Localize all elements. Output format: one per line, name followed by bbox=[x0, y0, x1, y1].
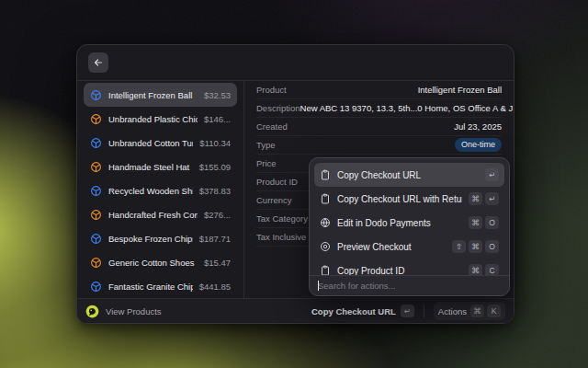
product-list-item[interactable]: Unbranded Cotton Tuna$110.34 bbox=[84, 131, 237, 155]
keycap: ⌘ bbox=[469, 216, 482, 229]
product-name: Bespoke Frozen Chips bbox=[108, 234, 193, 244]
package-icon bbox=[90, 281, 102, 293]
detail-label: Product bbox=[256, 85, 287, 95]
actions-menu-item[interactable]: Copy Checkout URL with Return URL⌘↵ bbox=[314, 187, 504, 211]
primary-action-label: Copy Checkout URL bbox=[311, 306, 396, 316]
detail-label: Created bbox=[256, 121, 288, 132]
product-name: Generic Cotton Shoes bbox=[108, 258, 198, 268]
actions-menu-item[interactable]: Preview Checkout⇧⌘O bbox=[314, 235, 504, 259]
eye-icon bbox=[320, 241, 331, 252]
actions-menu-item-label: Preview Checkout bbox=[337, 242, 446, 252]
product-name: Handcrafted Fresh Com... bbox=[108, 210, 198, 220]
shortcut-keys: ⇧⌘O bbox=[452, 240, 499, 253]
actions-button-label: Actions bbox=[438, 306, 467, 316]
actions-menu-item-label: Edit in Dodo Payments bbox=[337, 218, 462, 228]
primary-action-keys: ↵ bbox=[401, 305, 414, 317]
actions-button-keys: ⌘K bbox=[470, 305, 501, 317]
product-name: Intelligent Frozen Ball bbox=[108, 90, 198, 100]
keycap: ⌘ bbox=[469, 192, 482, 205]
package-icon bbox=[90, 89, 102, 101]
package-icon bbox=[90, 233, 102, 245]
keycap: ⌘ bbox=[469, 264, 482, 275]
actions-search[interactable] bbox=[310, 275, 509, 295]
detail-row: DescriptionNew ABC 13 9370, 13.3, 5th...… bbox=[256, 99, 502, 118]
product-price: $32.53 bbox=[204, 90, 231, 100]
detail-value: Intelligent Frozen Ball bbox=[418, 85, 502, 95]
product-list-item[interactable]: Handcrafted Fresh Com...$276... bbox=[84, 202, 237, 226]
product-list-item[interactable]: Generic Cotton Shoes$15.47 bbox=[84, 250, 237, 274]
package-icon bbox=[90, 185, 102, 197]
package-icon bbox=[90, 137, 102, 149]
package-icon bbox=[90, 113, 102, 125]
actions-search-input[interactable] bbox=[318, 281, 501, 291]
actions-menu-item[interactable]: Copy Checkout URL↵ bbox=[314, 163, 504, 187]
keycap: O bbox=[485, 216, 499, 229]
shortcut-keys: ↵ bbox=[485, 168, 499, 181]
keycap: C bbox=[485, 264, 499, 275]
package-icon bbox=[90, 209, 102, 221]
detail-label: Tax Category bbox=[256, 213, 308, 224]
product-price: $441.85 bbox=[199, 282, 231, 292]
product-list-item[interactable]: Intelligent Frozen Ball$32.53 bbox=[84, 83, 237, 107]
actions-button[interactable]: Actions ⌘K bbox=[434, 302, 505, 320]
product-price: $378.83 bbox=[199, 186, 231, 196]
detail-row: TypeOne-time bbox=[256, 136, 502, 155]
shortcut-keys: ⌘C bbox=[469, 264, 499, 275]
arrow-left-icon bbox=[93, 57, 104, 68]
detail-label: Price bbox=[256, 158, 277, 168]
desktop-background: Intelligent Frozen Ball$32.53Unbranded P… bbox=[0, 0, 588, 368]
detail-label: Tax Inclusive bbox=[256, 232, 306, 242]
product-price: $15.47 bbox=[204, 258, 231, 268]
product-list-item[interactable]: Handmade Steel Hat$155.09 bbox=[84, 155, 237, 178]
back-button[interactable] bbox=[88, 52, 108, 73]
product-name: Handmade Steel Hat bbox=[108, 162, 193, 172]
product-list-item[interactable]: Recycled Wooden Shirt$378.83 bbox=[84, 178, 237, 202]
product-name: Unbranded Plastic Chick... bbox=[108, 114, 198, 124]
actions-menu-item-label: Copy Checkout URL bbox=[337, 170, 479, 180]
product-name: Recycled Wooden Shirt bbox=[108, 186, 193, 196]
keycap: K bbox=[487, 305, 501, 317]
dodo-payments-logo-icon bbox=[85, 305, 99, 318]
keycap: ↵ bbox=[485, 192, 499, 205]
detail-label: Product ID bbox=[256, 177, 298, 187]
product-price: $276... bbox=[204, 210, 231, 220]
actions-menu-item[interactable]: Edit in Dodo Payments⌘O bbox=[314, 211, 504, 235]
detail-label: Currency bbox=[256, 195, 292, 205]
window-header bbox=[77, 45, 514, 81]
keycap: ↵ bbox=[485, 168, 499, 181]
product-list-item[interactable]: Unbranded Plastic Chick...$146... bbox=[84, 107, 237, 131]
shortcut-keys: ⌘↵ bbox=[469, 192, 499, 205]
actions-menu-list: Copy Checkout URL↵Copy Checkout URL with… bbox=[310, 158, 509, 275]
clipboard-icon bbox=[320, 169, 331, 180]
package-icon bbox=[90, 161, 102, 173]
package-icon bbox=[90, 257, 102, 269]
type-badge: One-time bbox=[455, 138, 502, 152]
shortcut-keys: ⌘O bbox=[469, 216, 499, 229]
product-list-item[interactable]: Fantastic Granite Chips$441.85 bbox=[84, 274, 237, 298]
primary-action-button[interactable]: Copy Checkout URL ↵ bbox=[311, 305, 414, 317]
detail-label: Description bbox=[256, 103, 300, 113]
status-bar: View Products Copy Checkout URL ↵ Action… bbox=[77, 298, 514, 323]
product-list-item[interactable]: Bespoke Frozen Chips$187.71 bbox=[84, 226, 237, 250]
actions-menu-item-label: Copy Checkout URL with Return URL bbox=[337, 194, 462, 204]
keycap: ↵ bbox=[401, 305, 414, 317]
detail-label: Type bbox=[256, 140, 276, 150]
keycap: O bbox=[485, 240, 499, 253]
product-price: $146... bbox=[204, 114, 231, 124]
status-bar-divider bbox=[424, 305, 424, 317]
actions-menu-item[interactable]: Copy Product ID⌘C bbox=[314, 259, 504, 275]
keycap: ⌘ bbox=[470, 305, 484, 317]
detail-value: Jul 23, 2025 bbox=[454, 121, 502, 132]
globe-icon bbox=[320, 217, 331, 228]
detail-row: CreatedJul 23, 2025 bbox=[256, 118, 502, 136]
product-price: $110.34 bbox=[199, 138, 231, 148]
product-price: $187.71 bbox=[199, 234, 231, 244]
product-list: Intelligent Frozen Ball$32.53Unbranded P… bbox=[77, 81, 244, 298]
product-name: Fantastic Granite Chips bbox=[108, 282, 193, 292]
extension-name: View Products bbox=[106, 306, 162, 316]
product-name: Unbranded Cotton Tuna bbox=[108, 138, 193, 148]
actions-menu-item-label: Copy Product ID bbox=[337, 266, 462, 276]
keycap: ⇧ bbox=[452, 240, 466, 253]
keycap: ⌘ bbox=[469, 240, 482, 253]
clipboard-icon bbox=[320, 193, 331, 204]
